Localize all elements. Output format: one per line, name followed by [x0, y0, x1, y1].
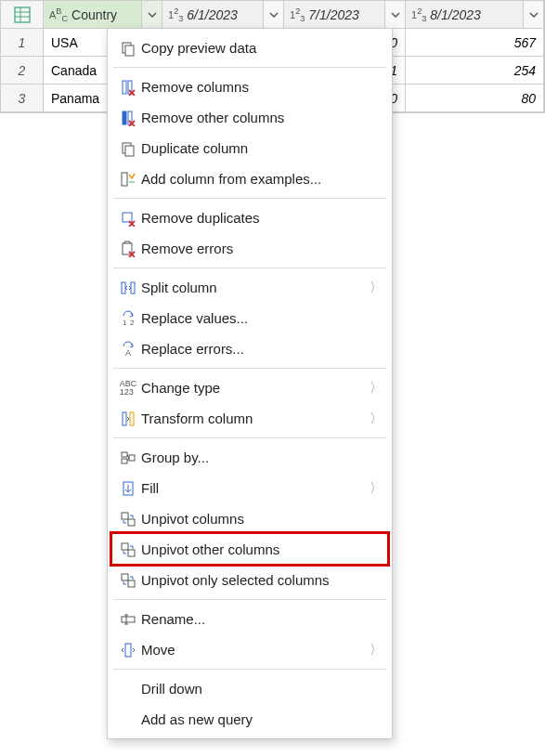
- remove-duplicates-icon: [115, 210, 141, 227]
- submenu-arrow-icon: 〉: [368, 642, 383, 658]
- column-header-d2[interactable]: 123 7/1/2023: [284, 1, 406, 29]
- text-type-icon: ABC: [49, 7, 68, 23]
- svg-text:1: 1: [123, 319, 127, 327]
- table-icon: [14, 7, 31, 23]
- menu-move[interactable]: Move 〉: [108, 634, 392, 665]
- column-label: 6/1/2023: [187, 7, 238, 22]
- unpivot-other-icon: [115, 541, 141, 558]
- submenu-arrow-icon: 〉: [368, 280, 383, 296]
- replace-values-icon: 12: [115, 310, 141, 327]
- cell-value[interactable]: 567: [406, 29, 544, 57]
- submenu-arrow-icon: 〉: [368, 480, 383, 497]
- menu-separator: [113, 599, 386, 600]
- chevron-down-icon: [148, 12, 157, 18]
- row-number: 2: [1, 57, 44, 85]
- cell-value[interactable]: 254: [406, 57, 544, 85]
- unpivot-selected-icon: [115, 572, 141, 589]
- menu-rename[interactable]: Rename...: [108, 604, 392, 634]
- column-label: 8/1/2023: [430, 7, 481, 22]
- column-header-country[interactable]: ABC Country: [44, 1, 162, 29]
- remove-columns-icon: [115, 79, 141, 96]
- svg-rect-30: [130, 412, 134, 425]
- svg-rect-29: [123, 412, 126, 425]
- menu-separator: [113, 267, 386, 268]
- submenu-arrow-icon: 〉: [368, 380, 383, 397]
- context-menu: Copy preview data Remove columns Remove …: [107, 28, 393, 739]
- menu-unpivot-other-columns[interactable]: Unpivot other columns: [108, 534, 392, 565]
- menu-add-as-new-query[interactable]: Add as new query: [108, 704, 392, 735]
- rename-icon: [115, 611, 141, 628]
- number-type-icon: 123: [290, 7, 305, 23]
- menu-separator: [113, 368, 386, 369]
- menu-separator: [113, 669, 386, 670]
- row-number: 3: [1, 85, 44, 112]
- split-column-icon: [115, 280, 141, 296]
- menu-remove-other-columns[interactable]: Remove other columns: [108, 102, 392, 133]
- number-type-icon: 123: [411, 7, 426, 23]
- menu-replace-errors[interactable]: A Replace errors...: [108, 333, 392, 364]
- change-type-icon: ABC123: [115, 380, 141, 397]
- svg-rect-10: [123, 111, 126, 124]
- menu-replace-values[interactable]: 12 Replace values...: [108, 303, 392, 333]
- menu-separator: [113, 67, 386, 68]
- svg-rect-33: [129, 455, 135, 461]
- menu-duplicate-column[interactable]: Duplicate column: [108, 133, 392, 163]
- menu-separator: [113, 437, 386, 438]
- cell-value[interactable]: 80: [406, 85, 544, 112]
- svg-rect-5: [125, 46, 134, 56]
- menu-group-by[interactable]: Group by...: [108, 442, 392, 473]
- fill-icon: [115, 480, 141, 497]
- header-row: ABC Country 123 6/1/2023 123 7/1/2023 12…: [1, 1, 544, 29]
- duplicate-icon: [115, 140, 141, 157]
- column-label: 7/1/2023: [308, 7, 359, 22]
- move-icon: [115, 642, 141, 658]
- chevron-down-icon: [529, 12, 539, 18]
- svg-rect-32: [122, 459, 127, 463]
- table-corner[interactable]: [1, 1, 44, 29]
- replace-errors-icon: A: [115, 341, 141, 358]
- svg-rect-42: [122, 574, 128, 580]
- remove-other-columns-icon: [115, 110, 141, 126]
- menu-change-type[interactable]: ABC123 Change type 〉: [108, 372, 392, 403]
- column-label: Country: [71, 7, 117, 22]
- row-number: 1: [1, 29, 44, 57]
- chevron-down-icon: [269, 12, 279, 18]
- menu-copy-preview-data[interactable]: Copy preview data: [108, 33, 392, 63]
- menu-fill[interactable]: Fill 〉: [108, 473, 392, 503]
- svg-rect-44: [122, 617, 135, 622]
- group-by-icon: [115, 450, 141, 466]
- svg-rect-39: [128, 519, 135, 526]
- column-header-d3[interactable]: 123 8/1/2023: [406, 1, 544, 29]
- filter-dropdown[interactable]: [141, 1, 162, 28]
- filter-dropdown[interactable]: [263, 1, 283, 28]
- menu-separator: [113, 198, 386, 199]
- chevron-down-icon: [391, 12, 400, 18]
- svg-rect-43: [128, 580, 135, 587]
- svg-rect-15: [125, 146, 134, 156]
- remove-errors-icon: [115, 241, 141, 257]
- svg-rect-6: [123, 81, 126, 94]
- menu-split-column[interactable]: Split column 〉: [108, 272, 392, 303]
- unpivot-icon: [115, 511, 141, 528]
- menu-add-column-from-examples[interactable]: Add column from examples...: [108, 163, 392, 194]
- svg-text:2: 2: [130, 319, 135, 327]
- svg-rect-31: [122, 452, 127, 457]
- filter-dropdown[interactable]: [523, 1, 543, 28]
- copy-icon: [115, 40, 141, 57]
- number-type-icon: 123: [168, 7, 183, 23]
- menu-remove-errors[interactable]: Remove errors: [108, 233, 392, 264]
- menu-transform-column[interactable]: Transform column 〉: [108, 403, 392, 434]
- svg-rect-18: [123, 213, 132, 222]
- transform-column-icon: [115, 411, 141, 427]
- svg-rect-38: [122, 513, 128, 519]
- svg-text:A: A: [125, 348, 131, 358]
- column-header-d1[interactable]: 123 6/1/2023: [162, 1, 284, 29]
- menu-unpivot-columns[interactable]: Unpivot columns: [108, 503, 392, 534]
- svg-rect-41: [128, 550, 135, 556]
- menu-drill-down[interactable]: Drill down: [108, 673, 392, 704]
- filter-dropdown[interactable]: [384, 1, 405, 28]
- menu-unpivot-only-selected[interactable]: Unpivot only selected columns: [108, 565, 392, 595]
- menu-remove-columns[interactable]: Remove columns: [108, 72, 392, 102]
- submenu-arrow-icon: 〉: [368, 411, 383, 427]
- menu-remove-duplicates[interactable]: Remove duplicates: [108, 202, 392, 233]
